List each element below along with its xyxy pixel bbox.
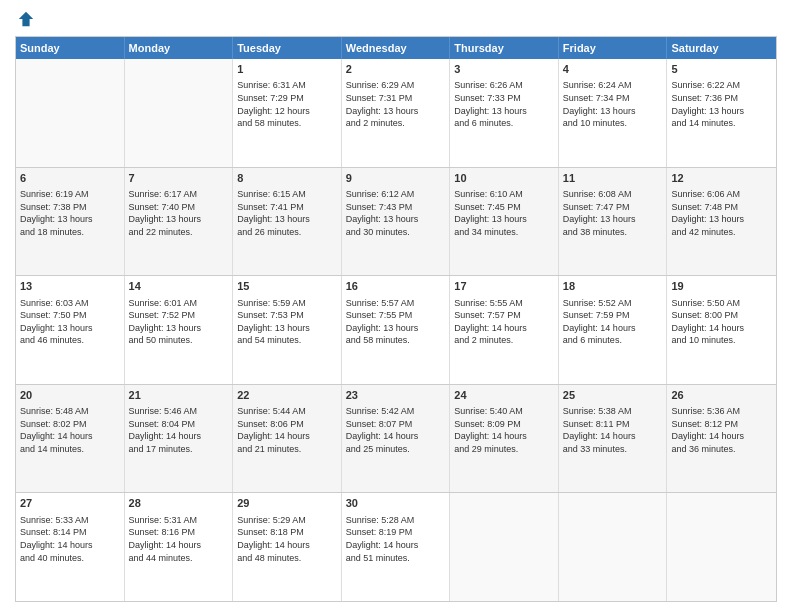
day-number: 25 <box>563 388 663 403</box>
day-info-line: Sunrise: 5:42 AM <box>346 405 446 418</box>
day-info-line: Sunrise: 6:10 AM <box>454 188 554 201</box>
day-info-line: Sunset: 8:12 PM <box>671 418 772 431</box>
day-info-line: Daylight: 13 hours <box>346 322 446 335</box>
day-info-line: Sunset: 7:53 PM <box>237 309 337 322</box>
day-info-line: Daylight: 14 hours <box>671 430 772 443</box>
day-number: 2 <box>346 62 446 77</box>
day-number: 1 <box>237 62 337 77</box>
day-number: 11 <box>563 171 663 186</box>
day-info-line: and 14 minutes. <box>20 443 120 456</box>
day-cell-2: 2Sunrise: 6:29 AMSunset: 7:31 PMDaylight… <box>342 59 451 167</box>
day-info-line: and 29 minutes. <box>454 443 554 456</box>
day-cell-23: 23Sunrise: 5:42 AMSunset: 8:07 PMDayligh… <box>342 385 451 493</box>
logo-icon <box>17 10 35 28</box>
header-day-sunday: Sunday <box>16 37 125 59</box>
day-info-line: Daylight: 13 hours <box>237 322 337 335</box>
day-info-line: and 25 minutes. <box>346 443 446 456</box>
day-info-line: Sunset: 8:09 PM <box>454 418 554 431</box>
empty-cell <box>450 493 559 601</box>
day-info-line: and 26 minutes. <box>237 226 337 239</box>
empty-cell <box>667 493 776 601</box>
day-info-line: and 21 minutes. <box>237 443 337 456</box>
day-info-line: and 6 minutes. <box>563 334 663 347</box>
day-info-line: and 2 minutes. <box>346 117 446 130</box>
day-info-line: Daylight: 13 hours <box>454 105 554 118</box>
day-info-line: Daylight: 13 hours <box>237 213 337 226</box>
day-info-line: Sunset: 7:45 PM <box>454 201 554 214</box>
day-info-line: and 22 minutes. <box>129 226 229 239</box>
day-info-line: Daylight: 14 hours <box>237 430 337 443</box>
day-info-line: Sunset: 7:59 PM <box>563 309 663 322</box>
day-info-line: and 46 minutes. <box>20 334 120 347</box>
day-info-line: Daylight: 14 hours <box>129 430 229 443</box>
svg-marker-0 <box>19 12 33 26</box>
day-info-line: and 33 minutes. <box>563 443 663 456</box>
day-info-line: Sunrise: 5:48 AM <box>20 405 120 418</box>
day-info-line: Sunset: 8:00 PM <box>671 309 772 322</box>
day-cell-25: 25Sunrise: 5:38 AMSunset: 8:11 PMDayligh… <box>559 385 668 493</box>
day-info-line: Sunrise: 5:57 AM <box>346 297 446 310</box>
day-info-line: Sunrise: 5:50 AM <box>671 297 772 310</box>
day-info-line: and 2 minutes. <box>454 334 554 347</box>
day-cell-6: 6Sunrise: 6:19 AMSunset: 7:38 PMDaylight… <box>16 168 125 276</box>
day-info-line: Sunrise: 6:31 AM <box>237 79 337 92</box>
day-info-line: and 40 minutes. <box>20 552 120 565</box>
day-cell-12: 12Sunrise: 6:06 AMSunset: 7:48 PMDayligh… <box>667 168 776 276</box>
day-number: 17 <box>454 279 554 294</box>
day-number: 22 <box>237 388 337 403</box>
header-day-saturday: Saturday <box>667 37 776 59</box>
day-info-line: Sunset: 7:38 PM <box>20 201 120 214</box>
day-info-line: Sunrise: 6:17 AM <box>129 188 229 201</box>
day-info-line: Sunset: 7:52 PM <box>129 309 229 322</box>
day-info-line: Sunrise: 5:33 AM <box>20 514 120 527</box>
day-info-line: Sunrise: 6:15 AM <box>237 188 337 201</box>
day-info-line: Daylight: 13 hours <box>671 105 772 118</box>
day-cell-5: 5Sunrise: 6:22 AMSunset: 7:36 PMDaylight… <box>667 59 776 167</box>
empty-cell <box>125 59 234 167</box>
day-info-line: Sunset: 7:50 PM <box>20 309 120 322</box>
day-number: 28 <box>129 496 229 511</box>
day-number: 20 <box>20 388 120 403</box>
day-info-line: Daylight: 14 hours <box>671 322 772 335</box>
day-info-line: and 54 minutes. <box>237 334 337 347</box>
day-cell-10: 10Sunrise: 6:10 AMSunset: 7:45 PMDayligh… <box>450 168 559 276</box>
day-number: 18 <box>563 279 663 294</box>
day-number: 8 <box>237 171 337 186</box>
day-info-line: and 14 minutes. <box>671 117 772 130</box>
day-cell-21: 21Sunrise: 5:46 AMSunset: 8:04 PMDayligh… <box>125 385 234 493</box>
day-info-line: Sunset: 7:48 PM <box>671 201 772 214</box>
day-info-line: Daylight: 13 hours <box>346 105 446 118</box>
day-info-line: Sunset: 7:55 PM <box>346 309 446 322</box>
day-cell-28: 28Sunrise: 5:31 AMSunset: 8:16 PMDayligh… <box>125 493 234 601</box>
day-cell-27: 27Sunrise: 5:33 AMSunset: 8:14 PMDayligh… <box>16 493 125 601</box>
day-info-line: Sunrise: 5:38 AM <box>563 405 663 418</box>
day-info-line: Daylight: 12 hours <box>237 105 337 118</box>
day-info-line: Sunset: 7:40 PM <box>129 201 229 214</box>
day-number: 7 <box>129 171 229 186</box>
empty-cell <box>16 59 125 167</box>
day-info-line: Sunrise: 5:31 AM <box>129 514 229 527</box>
header-day-tuesday: Tuesday <box>233 37 342 59</box>
day-cell-17: 17Sunrise: 5:55 AMSunset: 7:57 PMDayligh… <box>450 276 559 384</box>
day-info-line: Sunset: 8:02 PM <box>20 418 120 431</box>
day-cell-20: 20Sunrise: 5:48 AMSunset: 8:02 PMDayligh… <box>16 385 125 493</box>
day-info-line: Daylight: 13 hours <box>563 105 663 118</box>
day-info-line: and 48 minutes. <box>237 552 337 565</box>
day-info-line: Sunrise: 6:03 AM <box>20 297 120 310</box>
day-info-line: Daylight: 13 hours <box>20 213 120 226</box>
header-day-friday: Friday <box>559 37 668 59</box>
day-number: 16 <box>346 279 446 294</box>
day-info-line: Sunrise: 6:19 AM <box>20 188 120 201</box>
day-info-line: and 42 minutes. <box>671 226 772 239</box>
day-number: 4 <box>563 62 663 77</box>
day-number: 10 <box>454 171 554 186</box>
day-number: 6 <box>20 171 120 186</box>
day-info-line: Sunset: 7:43 PM <box>346 201 446 214</box>
day-number: 19 <box>671 279 772 294</box>
day-info-line: Sunrise: 5:46 AM <box>129 405 229 418</box>
day-number: 26 <box>671 388 772 403</box>
day-info-line: Sunset: 7:57 PM <box>454 309 554 322</box>
day-info-line: and 34 minutes. <box>454 226 554 239</box>
day-info-line: and 51 minutes. <box>346 552 446 565</box>
day-info-line: Sunset: 7:36 PM <box>671 92 772 105</box>
